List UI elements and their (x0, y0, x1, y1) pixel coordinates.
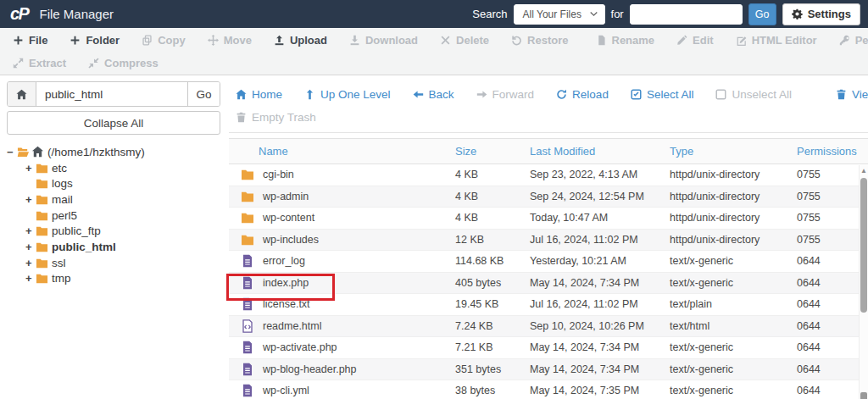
column-header-last-modified[interactable]: Last Modified (530, 145, 670, 158)
cell-size: 19.45 KB (455, 298, 530, 310)
plus-icon (70, 35, 81, 46)
table-row-wp-includes[interactable]: wp-includes12 KBJul 16, 2024, 11:02 PMht… (229, 230, 868, 252)
file-nav-reload[interactable]: Reload (556, 88, 609, 101)
toolbar-item-upload[interactable]: Upload (263, 28, 338, 52)
toolbar-item-upload-label: Upload (290, 34, 327, 47)
tree-item-tmp[interactable]: +tmp (7, 271, 222, 287)
folder-icon (36, 193, 48, 206)
cell-type: text/plain (670, 298, 797, 310)
settings-button[interactable]: Settings (782, 3, 860, 25)
file-name[interactable]: index.php (263, 277, 309, 289)
file-nav-select-all[interactable]: Select All (631, 88, 694, 101)
tree-item-public-html[interactable]: +public_html (7, 239, 222, 255)
file-name[interactable]: wp-admin (263, 191, 309, 202)
table-row-wp-content[interactable]: wp-content4 KBToday, 10:47 AMhttpd/unix-… (229, 208, 868, 230)
plus-icon (13, 35, 24, 46)
column-header-permissions[interactable]: Permissions (797, 145, 868, 158)
file-name[interactable]: error_log (263, 255, 305, 267)
toolbar-item-folder[interactable]: Folder (58, 28, 131, 52)
table-row-wp-blog-header-php[interactable]: wp-blog-header.php351 bytesMay 14, 2024,… (229, 359, 868, 381)
file-name[interactable]: readme.html (263, 320, 321, 332)
file-name[interactable]: wp-blog-header.php (263, 363, 357, 375)
tree-item-label: perl5 (52, 209, 77, 222)
toolbar-item-download: Download (338, 28, 429, 52)
toolbar-item-file[interactable]: File (2, 28, 58, 52)
tree-item-label: logs (52, 177, 73, 190)
file-nav-up-one-level[interactable]: Up One Level (304, 88, 391, 101)
file-name[interactable]: cgi-bin (263, 169, 294, 180)
cell-permissions: 0644 (797, 363, 868, 375)
upload-icon (274, 35, 285, 46)
cell-last-modified: Sep 23, 2022, 4:13 AM (530, 169, 670, 180)
table-row-error-log[interactable]: error_log114.68 KBYesterday, 10:21 AMtex… (229, 251, 868, 273)
collapse-expander[interactable]: − (7, 146, 17, 158)
file-name[interactable]: license.txt (263, 298, 310, 310)
tree-item-public-ftp[interactable]: +public_ftp (7, 223, 222, 239)
tree-item-mail[interactable]: +mail (7, 191, 222, 208)
file-name[interactable]: wp-includes (263, 234, 319, 246)
toolbar-item-edit-label: Edit (693, 34, 714, 47)
back-icon (413, 89, 424, 100)
tree-item-label: etc (52, 162, 67, 175)
table-row-cgi-bin[interactable]: cgi-bin4 KBSep 23, 2022, 4:13 AMhttpd/un… (229, 164, 868, 186)
file-name[interactable]: wp-cli.yml (263, 385, 309, 396)
tree-item-label: public_ftp (52, 224, 101, 237)
tree-item-logs[interactable]: logs (7, 175, 222, 191)
cell-last-modified: Sep 24, 2024, 12:54 PM (530, 191, 670, 202)
reload-icon (556, 89, 567, 100)
path-go-button[interactable]: Go (187, 82, 220, 106)
file-nav-home[interactable]: Home (236, 88, 282, 101)
table-row-index-php[interactable]: index.php405 bytesMay 14, 2024, 7:34 PMt… (229, 273, 868, 295)
path-home-button[interactable] (8, 82, 36, 106)
vertical-scrollbar[interactable]: ▲ (859, 165, 868, 399)
scrollbar-up-arrow-icon[interactable]: ▲ (860, 167, 868, 175)
file-nav-unselect-all-label: Unselect All (732, 88, 792, 101)
content-area: Go Collapse All −(/home1/hzkthsmy)+etclo… (0, 75, 868, 399)
scrollbar-down-arrow-icon[interactable] (860, 392, 867, 399)
tree-item-ssl[interactable]: +ssl (7, 255, 222, 271)
cell-name: wp-blog-header.php (229, 363, 455, 376)
search-go-button[interactable]: Go (748, 3, 776, 25)
cell-name: error_log (229, 254, 455, 268)
expand-expander[interactable]: + (25, 162, 36, 175)
table-row-license-txt[interactable]: license.txt19.45 KBJul 16, 2024, 11:02 P… (229, 294, 868, 316)
file-nav-back[interactable]: Back (413, 88, 454, 101)
expand-expander[interactable]: + (25, 272, 36, 285)
column-header-size[interactable]: Size (455, 145, 530, 158)
expand-expander[interactable]: + (25, 224, 36, 237)
for-label: for (611, 8, 624, 20)
file-nav-view-trash[interactable]: View Trash (836, 88, 868, 101)
toolbar-item-html-editor: HTML Editor (725, 28, 828, 52)
toolbar-item-delete: Delete (429, 28, 500, 52)
collapse-all-button[interactable]: Collapse All (7, 111, 220, 135)
html-editor-icon (736, 35, 747, 46)
file-name[interactable]: wp-activate.php (263, 341, 337, 353)
table-row-readme-html[interactable]: readme.html7.24 KBSep 10, 2024, 10:26 PM… (229, 316, 868, 338)
search-scope-select[interactable]: All Your Files (514, 4, 605, 25)
cell-permissions: 0644 (797, 385, 868, 396)
restore-icon (511, 35, 522, 46)
search-input[interactable] (630, 4, 743, 25)
expand-expander[interactable]: + (25, 241, 36, 253)
compress-icon (88, 58, 99, 69)
tree-item-home1-hzkthsmy[interactable]: −(/home1/hzkthsmy) (7, 144, 222, 160)
tree-item-perl5[interactable]: perl5 (7, 208, 222, 224)
folder-icon (36, 177, 48, 190)
header-left: cP File Manager (10, 4, 114, 24)
scrollbar-thumb[interactable] (860, 178, 867, 313)
cell-last-modified: May 14, 2024, 7:35 PM (530, 385, 670, 396)
path-input[interactable] (36, 82, 187, 106)
expand-expander[interactable]: + (25, 257, 36, 269)
table-row-wp-activate-php[interactable]: wp-activate.php7.21 KBMay 14, 2024, 7:34… (229, 337, 868, 359)
file-name[interactable]: wp-content (263, 212, 314, 224)
column-header-name[interactable]: Name (229, 145, 455, 158)
expand-expander[interactable]: + (25, 193, 36, 206)
toolbar-item-compress-label: Compress (104, 57, 159, 69)
table-row-wp-cli-yml[interactable]: wp-cli.yml38 bytesMay 14, 2024, 7:35 PMt… (229, 380, 868, 399)
tree-item-etc[interactable]: +etc (7, 160, 222, 176)
cell-last-modified: Sep 10, 2024, 10:26 PM (530, 320, 670, 332)
table-row-wp-admin[interactable]: wp-admin4 KBSep 24, 2024, 12:54 PMhttpd/… (229, 186, 868, 208)
column-header-type[interactable]: Type (670, 145, 797, 158)
home-icon (16, 89, 27, 100)
cell-name: wp-admin (229, 190, 455, 203)
